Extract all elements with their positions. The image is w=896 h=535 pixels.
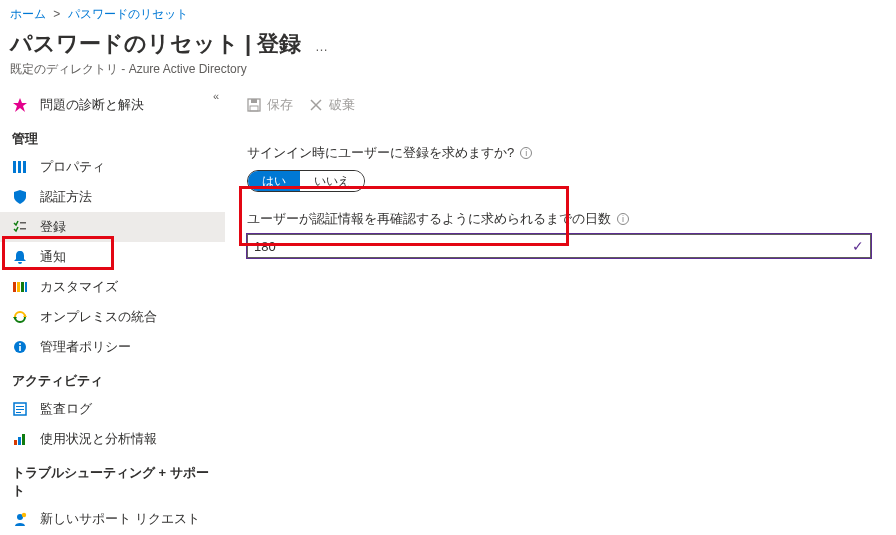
sidebar-group-troubleshoot: トラブルシューティング + サポート xyxy=(0,454,225,504)
svg-rect-0 xyxy=(13,161,16,173)
require-register-toggle[interactable]: はい いいえ xyxy=(247,170,365,192)
sidebar-item-audit-logs[interactable]: 監査ログ xyxy=(0,394,225,424)
sidebar: « 問題の診断と解決 管理 プロパティ 認証方法 登録 xyxy=(0,84,225,535)
info-icon xyxy=(12,339,28,355)
svg-rect-18 xyxy=(14,440,17,445)
diagnose-icon xyxy=(12,97,28,113)
sidebar-item-registration[interactable]: 登録 xyxy=(0,212,225,242)
save-button[interactable]: 保存 xyxy=(247,96,293,114)
page-title: パスワードのリセット | 登録 xyxy=(10,29,301,59)
svg-rect-1 xyxy=(18,161,21,173)
require-register-text: サインイン時にユーザーに登録を求めますか? xyxy=(247,144,514,162)
sidebar-item-label: 登録 xyxy=(40,218,66,236)
log-icon xyxy=(12,401,28,417)
days-label-text: ユーザーが認証情報を再確認するように求められるまでの日数 xyxy=(247,210,611,228)
svg-rect-5 xyxy=(13,282,16,292)
info-tooltip-icon[interactable]: i xyxy=(520,147,532,159)
sidebar-item-new-support[interactable]: 新しいサポート リクエスト xyxy=(0,504,225,534)
discard-button[interactable]: 破棄 xyxy=(309,96,355,114)
sidebar-group-activity: アクティビティ xyxy=(0,362,225,394)
sidebar-item-notifications[interactable]: 通知 xyxy=(0,242,225,272)
svg-rect-25 xyxy=(250,106,258,111)
sidebar-item-auth-methods[interactable]: 認証方法 xyxy=(0,182,225,212)
svg-rect-19 xyxy=(18,437,21,445)
sidebar-item-label: 問題の診断と解決 xyxy=(40,96,144,114)
discard-icon xyxy=(309,98,323,112)
more-actions-button[interactable]: … xyxy=(315,39,330,54)
support-icon xyxy=(12,511,28,527)
svg-rect-20 xyxy=(22,434,25,445)
bar-chart-icon xyxy=(12,431,28,447)
bell-icon xyxy=(12,249,28,265)
svg-rect-15 xyxy=(16,406,24,407)
sidebar-item-properties[interactable]: プロパティ xyxy=(0,152,225,182)
sidebar-item-admin-policy[interactable]: 管理者ポリシー xyxy=(0,332,225,362)
shield-icon xyxy=(12,189,28,205)
sidebar-item-usage-insights[interactable]: 使用状況と分析情報 xyxy=(0,424,225,454)
svg-point-13 xyxy=(19,343,21,345)
save-label: 保存 xyxy=(267,96,293,114)
breadcrumb-separator: > xyxy=(53,7,60,21)
svg-rect-6 xyxy=(17,282,20,292)
days-label: ユーザーが認証情報を再確認するように求められるまでの日数 i xyxy=(247,210,878,228)
sidebar-item-customize[interactable]: カスタマイズ xyxy=(0,272,225,302)
svg-rect-7 xyxy=(21,282,24,292)
toolbar: 保存 破棄 xyxy=(247,96,878,126)
breadcrumb-current[interactable]: パスワードのリセット xyxy=(68,7,188,21)
require-register-label: サインイン時にユーザーに登録を求めますか? i xyxy=(247,144,878,162)
breadcrumb-home[interactable]: ホーム xyxy=(10,7,46,21)
toggle-yes[interactable]: はい xyxy=(248,171,300,191)
sidebar-item-label: 使用状況と分析情報 xyxy=(40,430,157,448)
breadcrumb: ホーム > パスワードのリセット xyxy=(0,0,896,27)
svg-rect-8 xyxy=(25,282,27,292)
sidebar-item-label: オンプレミスの統合 xyxy=(40,308,157,326)
svg-rect-3 xyxy=(20,222,26,224)
sidebar-group-manage: 管理 xyxy=(0,120,225,152)
sidebar-item-diagnose[interactable]: 問題の診断と解決 xyxy=(0,90,225,120)
discard-label: 破棄 xyxy=(329,96,355,114)
sidebar-item-label: プロパティ xyxy=(40,158,105,176)
sidebar-item-label: 管理者ポリシー xyxy=(40,338,131,356)
svg-point-22 xyxy=(22,513,26,517)
days-input[interactable] xyxy=(254,239,803,254)
sidebar-item-onprem[interactable]: オンプレミスの統合 xyxy=(0,302,225,332)
content-area: 保存 破棄 サインイン時にユーザーに登録を求めますか? i はい いいえ ユーザ… xyxy=(225,84,896,535)
check-icon: ✓ xyxy=(852,238,864,254)
palette-icon xyxy=(12,279,28,295)
days-input-wrap: ✓ xyxy=(247,234,871,258)
svg-rect-16 xyxy=(16,409,24,410)
info-tooltip-icon[interactable]: i xyxy=(617,213,629,225)
toggle-no[interactable]: いいえ xyxy=(300,171,364,191)
svg-rect-4 xyxy=(20,228,26,230)
sidebar-item-label: カスタマイズ xyxy=(40,278,118,296)
properties-icon xyxy=(12,159,28,175)
sidebar-item-label: 認証方法 xyxy=(40,188,92,206)
checklist-icon xyxy=(12,219,28,235)
sidebar-item-label: 新しいサポート リクエスト xyxy=(40,510,200,528)
page-header: パスワードのリセット | 登録 … 既定のディレクトリ - Azure Acti… xyxy=(0,27,896,84)
save-icon xyxy=(247,98,261,112)
sidebar-item-label: 監査ログ xyxy=(40,400,92,418)
page-subtitle: 既定のディレクトリ - Azure Active Directory xyxy=(10,61,886,78)
collapse-sidebar-button[interactable]: « xyxy=(213,90,219,102)
sync-icon xyxy=(12,309,28,325)
svg-rect-2 xyxy=(23,161,26,173)
sidebar-item-label: 通知 xyxy=(40,248,66,266)
svg-rect-12 xyxy=(19,346,21,351)
svg-rect-17 xyxy=(16,412,21,413)
svg-rect-24 xyxy=(251,99,257,103)
